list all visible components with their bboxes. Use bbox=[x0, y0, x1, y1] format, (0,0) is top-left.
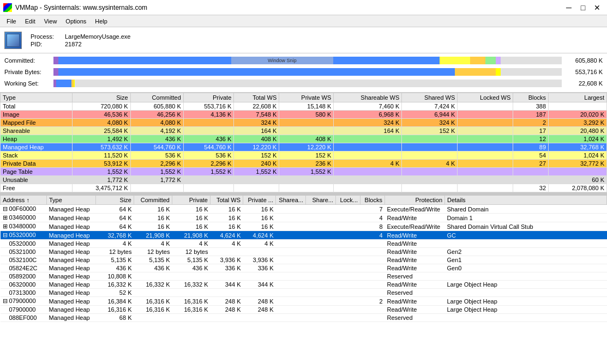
menu-help[interactable]: Help bbox=[91, 17, 112, 26]
summary-cell-5: 1,552 K bbox=[279, 168, 334, 176]
summary-cell-4: 240 K bbox=[234, 160, 279, 168]
bar-purple2 bbox=[53, 68, 58, 76]
summary-cell-7: 152 K bbox=[402, 127, 458, 135]
detail-cell-7 bbox=[336, 231, 360, 240]
th-detail-size[interactable]: Size bbox=[96, 196, 134, 205]
working-set-label: Working Set: bbox=[4, 80, 53, 87]
summary-row[interactable]: Private Data53,912 K2,296 K2,296 K240 K2… bbox=[1, 160, 607, 168]
th-shareablews[interactable]: Shareable WS bbox=[334, 93, 402, 102]
th-lockedws[interactable]: Locked WS bbox=[458, 93, 513, 102]
th-detail-lock[interactable]: Lock... bbox=[336, 196, 360, 205]
menu-file[interactable]: File bbox=[2, 17, 21, 26]
detail-row[interactable]: 05892000Managed Heap10,808 KReserved bbox=[1, 272, 607, 281]
summary-row[interactable]: Unusable1,772 K1,772 K60 K bbox=[1, 176, 607, 184]
process-icon bbox=[4, 32, 22, 49]
detail-row[interactable]: 088EF000Managed Heap68 KReserved bbox=[1, 314, 607, 322]
detail-cell-0: 16,384 K bbox=[96, 297, 134, 306]
th-totalws[interactable]: Total WS bbox=[234, 93, 279, 102]
th-detail-privatews[interactable]: Private ... bbox=[243, 196, 276, 205]
th-largest[interactable]: Largest bbox=[549, 93, 607, 102]
detail-row[interactable]: 06320000Managed Heap16,332 K16,332 K16,3… bbox=[1, 281, 607, 289]
detail-cell-7 bbox=[336, 205, 360, 214]
summary-row[interactable]: Heap1,492 K436 K436 K408 K408 K121,024 K bbox=[1, 135, 607, 143]
th-detail-committed[interactable]: Committed bbox=[134, 196, 172, 205]
detail-cell-3: 3,936 K bbox=[211, 256, 243, 264]
th-sharedws[interactable]: Shared WS bbox=[402, 93, 458, 102]
th-detail-shared[interactable]: Share... bbox=[306, 196, 336, 205]
summary-cell-3: 553,716 K bbox=[183, 102, 233, 111]
summary-cell-3 bbox=[183, 176, 233, 184]
menu-view[interactable]: View bbox=[40, 17, 62, 26]
detail-section[interactable]: Address ↑ Type Size Committed Private To… bbox=[0, 195, 607, 364]
th-details[interactable]: Details bbox=[445, 196, 607, 205]
detail-row[interactable]: 07313000Managed Heap52 KReserved bbox=[1, 289, 607, 297]
detail-row[interactable]: 07900000Managed Heap16,316 K16,316 K16,3… bbox=[1, 306, 607, 314]
th-detail-shareable[interactable]: Sharea... bbox=[276, 196, 306, 205]
detail-cell-0: 4 K bbox=[96, 240, 134, 248]
type-cell: Managed Heap bbox=[47, 272, 96, 281]
summary-row[interactable]: Stack11,520 K536 K536 K152 K152 K541,024… bbox=[1, 151, 607, 160]
detail-cell-5 bbox=[276, 248, 306, 256]
close-button[interactable]: ✕ bbox=[591, 2, 604, 13]
detail-row[interactable]: ⊞ 03480000Managed Heap64 K16 K16 K16 K16… bbox=[1, 222, 607, 231]
th-detail-type[interactable]: Type bbox=[47, 196, 96, 205]
summary-cell-7 bbox=[402, 151, 458, 160]
detail-row[interactable]: 05320000Managed Heap4 K4 K4 K4 K4 KRead/… bbox=[1, 240, 607, 248]
summary-cell-8 bbox=[458, 143, 513, 151]
detail-row[interactable]: ⊞ 03460000Managed Heap64 K16 K16 K16 K16… bbox=[1, 214, 607, 222]
detail-cell-0: 68 K bbox=[96, 314, 134, 322]
th-detail-totalws[interactable]: Total WS bbox=[211, 196, 243, 205]
main-layout: Process: LargeMemoryUsage.exe PID: 21872… bbox=[0, 27, 607, 364]
detail-cell-0: 436 K bbox=[96, 264, 134, 272]
detail-row[interactable]: 0532100CManaged Heap5,135 K5,135 K5,135 … bbox=[1, 256, 607, 264]
menu-options[interactable]: Options bbox=[61, 17, 91, 26]
th-address[interactable]: Address ↑ bbox=[1, 196, 47, 205]
detail-cell-3 bbox=[211, 314, 243, 322]
protection-cell: Execute/Read/Write bbox=[385, 222, 445, 231]
th-protection[interactable]: Protection bbox=[385, 196, 445, 205]
th-privatews[interactable]: Private WS bbox=[279, 93, 334, 102]
summary-cell-8 bbox=[458, 119, 513, 127]
process-details: Process: LargeMemoryUsage.exe PID: 21872 bbox=[31, 33, 130, 47]
summary-cell-7 bbox=[402, 143, 458, 151]
th-detail-private[interactable]: Private bbox=[172, 196, 211, 205]
summary-row[interactable]: Image46,536 K46,256 K4,136 K7,548 K580 K… bbox=[1, 111, 607, 119]
bar-yellow2 bbox=[496, 68, 501, 76]
detail-row[interactable]: ⊟ 07900000Managed Heap16,384 K16,316 K16… bbox=[1, 297, 607, 306]
detail-cell-1: 16,332 K bbox=[134, 281, 172, 289]
summary-cell-1: 25,584 K bbox=[72, 127, 130, 135]
detail-row[interactable]: 05824E2CManaged Heap436 K436 K436 K336 K… bbox=[1, 264, 607, 272]
address-cell: 05321000 bbox=[1, 248, 47, 256]
details-cell: Shared Domain Virtual Call Stub bbox=[445, 222, 607, 231]
detail-cell-4 bbox=[243, 272, 276, 281]
summary-row[interactable]: Page Table1,552 K1,552 K1,552 K1,552 K1,… bbox=[1, 168, 607, 176]
detail-row[interactable]: ⊟ 00F60000Managed Heap64 K16 K16 K16 K16… bbox=[1, 205, 607, 214]
th-private[interactable]: Private bbox=[183, 93, 233, 102]
th-size[interactable]: Size bbox=[72, 93, 130, 102]
minimize-button[interactable]: ─ bbox=[562, 2, 575, 13]
detail-cell-3: 16 K bbox=[211, 222, 243, 231]
th-detail-blocks[interactable]: Blocks bbox=[360, 196, 385, 205]
menu-edit[interactable]: Edit bbox=[21, 17, 40, 26]
app-icon bbox=[3, 3, 12, 12]
th-committed[interactable]: Committed bbox=[130, 93, 183, 102]
th-blocks[interactable]: Blocks bbox=[513, 93, 549, 102]
protection-cell: Read/Write bbox=[385, 264, 445, 272]
summary-row[interactable]: Free3,475,712 K322,078,080 K bbox=[1, 184, 607, 192]
protection-cell: Read/Write bbox=[385, 214, 445, 222]
summary-row[interactable]: Total720,080 K605,880 K553,716 K22,608 K… bbox=[1, 102, 607, 111]
detail-cell-6 bbox=[306, 205, 336, 214]
detail-row[interactable]: ⊟ 05320000Managed Heap32,768 K21,908 K21… bbox=[1, 231, 607, 240]
detail-row[interactable]: 05321000Managed Heap12 bytes12 bytes12 b… bbox=[1, 248, 607, 256]
summary-row[interactable]: Shareable25,584 K4,192 K164 K164 K152 K1… bbox=[1, 127, 607, 135]
working-set-bar-row: Working Set: 22,608 K bbox=[4, 78, 603, 88]
maximize-button[interactable]: □ bbox=[576, 2, 590, 13]
th-type[interactable]: Type bbox=[1, 93, 73, 102]
window-controls[interactable]: ─ □ ✕ bbox=[562, 2, 604, 13]
title-bar-left: VMMap - Sysinternals: www.sysinternals.c… bbox=[3, 3, 147, 12]
summary-row[interactable]: Managed Heap573,632 K544,760 K544,760 K1… bbox=[1, 143, 607, 151]
summary-row[interactable]: Mapped File4,080 K4,080 K324 K324 K324 K… bbox=[1, 119, 607, 127]
summary-cell-9: 388 bbox=[513, 102, 549, 111]
summary-cell-9: 32 bbox=[513, 184, 549, 192]
summary-cell-7 bbox=[402, 184, 458, 192]
